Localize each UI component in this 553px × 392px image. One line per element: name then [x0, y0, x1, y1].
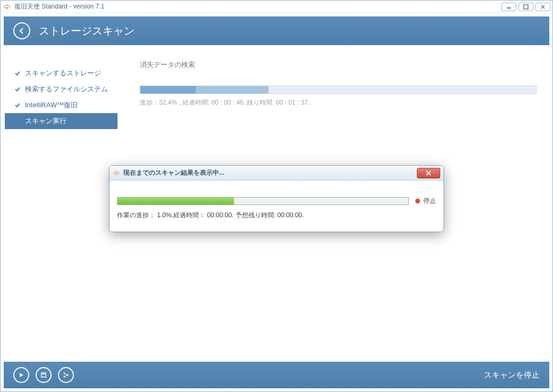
- close-button[interactable]: [535, 3, 550, 11]
- stop-icon: [415, 199, 420, 203]
- svg-rect-1: [507, 7, 511, 8]
- svg-rect-2: [524, 5, 528, 9]
- modal-progress-fill: [118, 198, 234, 204]
- modal-title: 現在までのスキャン結果を表示中...: [123, 168, 417, 177]
- page-header: ストレージスキャン: [4, 16, 549, 45]
- modal-titlebar: 現在までのスキャン結果を表示中...: [110, 166, 443, 181]
- modal-status-text: 作業の進捗： 1.0%.経過時間： 00:00:00. 予想残り時間: 00:0…: [117, 211, 436, 220]
- sidebar-item-storage[interactable]: スキャンするストレージ: [4, 65, 127, 81]
- stop-scan-button[interactable]: スキャンを停止: [484, 370, 540, 380]
- maximize-button[interactable]: [518, 3, 533, 11]
- tree-button[interactable]: [58, 367, 74, 383]
- modal-progress-bar: [117, 197, 409, 205]
- save-button[interactable]: [36, 367, 52, 383]
- svg-point-8: [115, 173, 118, 175]
- modal-close-button[interactable]: [417, 168, 440, 178]
- check-icon: [14, 102, 21, 108]
- modal-stop-button[interactable]: 停止: [415, 197, 436, 206]
- sidebar-item-filesystem[interactable]: 検索するファイルシステム: [4, 81, 127, 97]
- back-button[interactable]: [13, 22, 30, 39]
- app-icon: [3, 3, 11, 11]
- scan-progress-bar: [140, 86, 537, 94]
- section-title: 消失データの検索: [140, 60, 537, 70]
- modal-body: 停止 作業の進捗： 1.0%.経過時間： 00:00:00. 予想残り時間: 0…: [110, 181, 443, 232]
- scan-progress-text: 進捗：32.4% , 経過時間: 00 : 00 : 46. 残り時間: 00 …: [140, 98, 537, 107]
- play-button[interactable]: [13, 367, 29, 383]
- modal-progress-row: 停止: [117, 197, 436, 206]
- footer-left: [13, 367, 74, 383]
- sidebar-item-intelliraw[interactable]: IntelliRAW™復旧: [4, 97, 127, 113]
- window-title: 復旧天使 Standard - version 7.1: [14, 2, 501, 11]
- svg-point-0: [6, 7, 8, 9]
- modal-dialog: 現在までのスキャン結果を表示中... 停止 作業の進捗： 1.0%.経過時間： …: [109, 165, 444, 232]
- app-window: 復旧天使 Standard - version 7.1 ストレージスキャン: [0, 0, 553, 392]
- check-icon: [14, 70, 21, 76]
- stop-label: 停止: [423, 197, 436, 206]
- sidebar-item-label: 検索するファイルシステム: [25, 84, 108, 94]
- sidebar-item-label: スキャンするストレージ: [25, 69, 101, 78]
- sidebar-item-run-scan[interactable]: スキャン実行: [5, 113, 118, 129]
- svg-rect-4: [43, 373, 45, 374]
- check-icon: [14, 86, 21, 92]
- sidebar-item-label: スキャン実行: [25, 116, 66, 126]
- app-icon: [113, 169, 120, 177]
- scan-progress-fill-current: [140, 86, 196, 93]
- titlebar: 復旧天使 Standard - version 7.1: [1, 1, 552, 13]
- sidebar-item-label: IntelliRAW™復旧: [25, 100, 78, 110]
- footer: スキャンを停止: [4, 362, 549, 388]
- window-controls: [501, 3, 550, 11]
- page-title: ストレージスキャン: [39, 24, 135, 38]
- minimize-button[interactable]: [501, 3, 516, 11]
